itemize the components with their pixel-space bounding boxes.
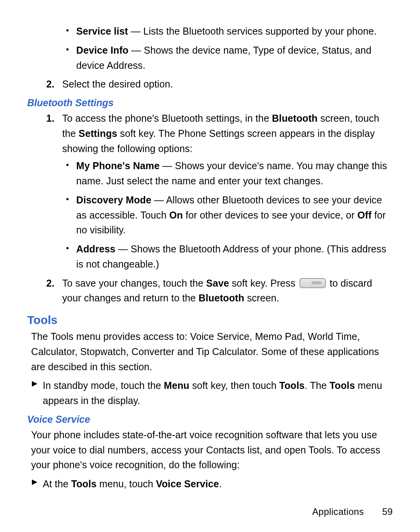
arrow-icon (31, 476, 43, 486)
text: To access the phone's Bluetooth settings… (62, 113, 272, 124)
bullet-service-list: • Service list — Lists the Bluetooth ser… (66, 24, 393, 39)
back-key-icon (299, 278, 326, 288)
page-footer: Applications 59 (312, 506, 393, 517)
footer-section: Applications (312, 506, 364, 517)
text: . The (304, 380, 329, 391)
label: My Phone's Name (76, 160, 159, 171)
bullet-marker: • (66, 158, 76, 172)
footer-page-number: 59 (382, 506, 393, 517)
arrow-icon (31, 378, 43, 387)
bullet-discovery-mode: • Discovery Mode — Allows other Bluetoot… (66, 192, 393, 238)
desc: — Lists the Bluetooth services supported… (128, 26, 376, 37)
svg-marker-0 (32, 381, 37, 387)
bullet-my-phones-name: • My Phone's Name — Shows your device's … (66, 158, 393, 189)
text: . (219, 478, 222, 489)
bold-bluetooth: Bluetooth (199, 292, 245, 303)
bullet-marker: • (66, 24, 76, 37)
bold-menu: Menu (164, 380, 189, 391)
text: soft key. Press (229, 278, 298, 289)
step-number: 1. (35, 111, 62, 126)
step-select-option: 2. Select the desired option. (27, 77, 393, 92)
text: screen. (244, 292, 279, 303)
heading-tools: Tools (27, 313, 393, 327)
tools-arrow-step: In standby mode, touch the Menu soft key… (27, 378, 393, 408)
bold-off: Off (357, 210, 371, 220)
bullet-device-info: • Device Info — Shows the device name, T… (66, 43, 393, 73)
bold: Settings (79, 128, 117, 139)
bold: Bluetooth (272, 113, 318, 124)
bullet-marker: • (66, 192, 76, 206)
heading-bluetooth-settings: Bluetooth Settings (27, 97, 393, 108)
bt-step-2: 2. To save your changes, touch the Save … (27, 276, 393, 306)
text: In standby mode, touch the (43, 380, 164, 391)
svg-marker-1 (32, 480, 37, 485)
text: At the (43, 478, 71, 489)
label: Service list (76, 26, 128, 37)
text: soft key, then touch (189, 380, 279, 391)
label: Address (76, 243, 116, 254)
label: Device Info (76, 45, 128, 56)
label: Discovery Mode (76, 194, 151, 205)
bullet-marker: • (66, 43, 76, 56)
step-text: Select the desired option. (62, 77, 393, 92)
bold-voice-service: Voice Service (156, 478, 219, 489)
bold-save: Save (206, 278, 229, 289)
bold-tools: Tools (279, 380, 304, 391)
step-number: 2. (35, 276, 62, 291)
voice-service-intro: Your phone includes state-of-the-art voi… (27, 427, 393, 472)
bullet-marker: • (66, 242, 76, 255)
bt-step-1: 1. To access the phone's Bluetooth setti… (27, 111, 393, 156)
voice-service-arrow-step: At the Tools menu, touch Voice Service. (27, 476, 393, 492)
bullet-address: • Address — Shows the Bluetooth Address … (66, 242, 393, 272)
desc: — Shows the Bluetooth Address of your ph… (76, 243, 386, 270)
text: To save your changes, touch the (62, 278, 206, 289)
step-number: 2. (35, 77, 62, 92)
heading-voice-service: Voice Service (27, 414, 393, 425)
bold-tools: Tools (71, 478, 96, 489)
text: for other devices to see your device, or (183, 210, 357, 220)
text: menu, touch (96, 478, 156, 489)
tools-intro: The Tools menu provides access to: Voice… (27, 329, 393, 374)
bold-tools2: Tools (329, 380, 355, 391)
bold-on: On (169, 210, 183, 220)
